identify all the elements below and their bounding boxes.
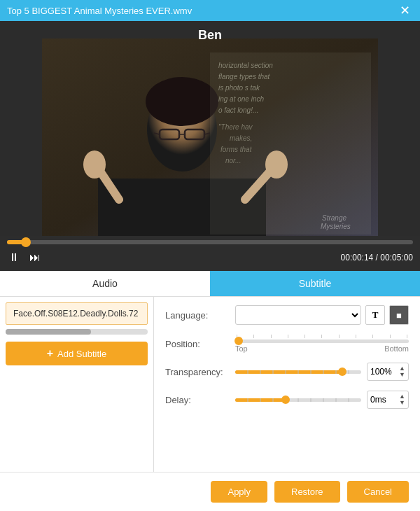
tab-content: Face.Off.S08E12.Deadly.Dolls.72 + Add Su…	[0, 297, 420, 472]
restore-button[interactable]: Restore	[274, 481, 340, 503]
text-style-button[interactable]: T	[365, 305, 385, 325]
transparency-spinner[interactable]: 100% ▲ ▼	[367, 363, 409, 381]
svg-text:forms that: forms that	[220, 146, 253, 153]
position-control: Top Bottom	[235, 335, 409, 353]
transparency-row: Transparency:	[165, 363, 409, 381]
tick	[407, 335, 407, 338]
delay-label: Delay:	[165, 395, 228, 405]
language-label: Language:	[165, 310, 228, 321]
position-labels: Top Bottom	[235, 344, 409, 353]
delay-spinner[interactable]: 0ms ▲ ▼	[367, 391, 409, 409]
position-ticks	[235, 335, 409, 338]
transparency-thumb[interactable]	[338, 368, 346, 376]
delay-ticks	[235, 398, 361, 402]
cancel-button[interactable]: Cancel	[347, 481, 409, 503]
video-frame: Strange Mysteries horizontal section fla…	[42, 38, 378, 236]
subtitle-scrollbar[interactable]	[6, 329, 148, 335]
forward-button[interactable]: ⏭	[28, 250, 42, 265]
transparency-control: 100% ▲ ▼	[235, 363, 409, 381]
play-pause-button[interactable]: ⏸	[7, 250, 21, 265]
language-control: T ■	[235, 305, 409, 325]
add-subtitle-button[interactable]: + Add Subtitle	[6, 342, 148, 365]
tabs-panel: Audio Subtitle Face.Off.S08E12.Deadly.Do…	[0, 271, 420, 472]
video-overlay-title: Ben	[0, 28, 420, 43]
delay-control: 0ms ▲ ▼	[235, 391, 409, 409]
tick	[339, 335, 340, 338]
tick	[304, 335, 305, 338]
title-bar: Top 5 BIGGEST Animal Mysteries EVER.wmv …	[0, 0, 420, 21]
subtitle-list-panel: Face.Off.S08E12.Deadly.Dolls.72 + Add Su…	[0, 297, 154, 472]
tick	[390, 335, 391, 338]
language-select[interactable]	[235, 305, 361, 325]
position-top-label: Top	[235, 344, 248, 353]
progress-bar[interactable]	[7, 240, 413, 244]
spinner-arrows: ▲ ▼	[399, 365, 405, 378]
spinner-down[interactable]: ▼	[399, 372, 405, 378]
controls-bar: ⏸ ⏭ 00:00:14 / 00:05:00	[0, 236, 420, 271]
subtitle-item[interactable]: Face.Off.S08E12.Deadly.Dolls.72	[6, 302, 148, 325]
tick	[356, 335, 356, 338]
svg-text:"There hav: "There hav	[218, 123, 253, 131]
bottom-bar: Apply Restore Cancel	[0, 472, 420, 511]
svg-text:Mysteries: Mysteries	[321, 223, 351, 230]
video-content: Strange Mysteries horizontal section fla…	[42, 38, 378, 236]
delay-spinner-down[interactable]: ▼	[399, 400, 405, 406]
svg-point-4	[146, 77, 218, 126]
tick	[372, 335, 373, 338]
svg-text:nor...: nor...	[225, 157, 241, 164]
transparency-label: Transparency:	[165, 367, 228, 377]
video-thumbnail: Strange Mysteries horizontal section fla…	[0, 21, 420, 236]
delay-slider[interactable]	[235, 398, 361, 402]
svg-text:o fact long!...: o fact long!...	[218, 106, 258, 114]
transparency-slider[interactable]	[235, 370, 361, 374]
playback-row: ⏸ ⏭ 00:00:14 / 00:05:00	[7, 250, 413, 265]
tabs-row: Audio Subtitle	[0, 271, 420, 297]
color-button[interactable]: ■	[389, 305, 409, 325]
tick	[253, 335, 254, 338]
video-player: Ben	[0, 21, 420, 236]
add-icon: +	[47, 347, 53, 360]
delay-spinner-arrows: ▲ ▼	[399, 393, 405, 406]
svg-text:is photo s tak: is photo s tak	[218, 84, 260, 92]
tick	[271, 335, 272, 338]
delay-thumb[interactable]	[281, 396, 290, 404]
tick	[288, 335, 288, 338]
svg-point-12	[83, 150, 106, 178]
position-row: Position:	[165, 335, 409, 353]
add-subtitle-label: Add Subtitle	[57, 349, 106, 359]
total-time: 00:05:00	[380, 253, 413, 262]
tick	[321, 335, 322, 338]
progress-thumb[interactable]	[21, 237, 31, 247]
position-bottom-label: Bottom	[384, 344, 409, 353]
delay-row: Delay:	[165, 391, 409, 409]
current-time: 00:00:14	[341, 253, 374, 262]
close-button[interactable]: ✕	[397, 4, 413, 17]
position-label: Position:	[165, 339, 228, 349]
delay-value: 0ms	[370, 395, 386, 405]
svg-text:makes,: makes,	[230, 134, 252, 142]
svg-text:horizontal section: horizontal section	[218, 62, 273, 69]
subtitle-settings-panel: Language: T ■ Position:	[154, 297, 420, 472]
position-slider[interactable]	[235, 340, 409, 343]
scrollbar-thumb	[6, 329, 91, 335]
apply-button[interactable]: Apply	[211, 481, 267, 503]
playback-controls: ⏸ ⏭	[7, 250, 42, 265]
time-display: 00:00:14 / 00:05:00	[341, 253, 413, 262]
svg-text:Strange: Strange	[322, 214, 346, 222]
tab-audio[interactable]: Audio	[0, 271, 210, 296]
language-row: Language: T ■	[165, 305, 409, 325]
svg-text:flange types that: flange types that	[218, 73, 271, 80]
svg-text:ing at one inch: ing at one inch	[218, 95, 264, 103]
tab-subtitle[interactable]: Subtitle	[210, 271, 420, 296]
transparency-value: 100%	[370, 367, 392, 377]
position-thumb[interactable]	[234, 337, 243, 345]
window-title: Top 5 BIGGEST Animal Mysteries EVER.wmv	[7, 6, 192, 16]
